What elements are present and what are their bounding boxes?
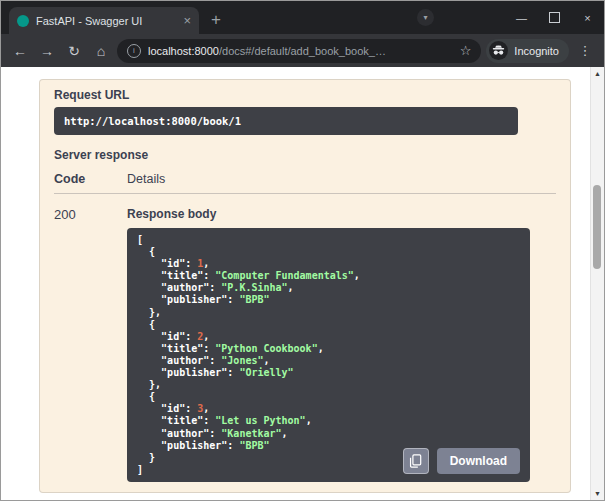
scrollbar-thumb[interactable] — [593, 185, 601, 269]
scroll-down-arrow[interactable]: ▼ — [591, 490, 604, 497]
request-url-value: http://localhost:8000/book/1 — [54, 107, 518, 135]
response-json: [ { "id": 1, "title": "Computer Fundamen… — [137, 234, 520, 476]
download-button[interactable]: Download — [437, 448, 520, 474]
response-row: 200 Response body [ { "id": 1, "title": … — [54, 207, 556, 482]
window-controls: — × — [505, 1, 604, 34]
response-body-code: [ { "id": 1, "title": "Computer Fundamen… — [127, 228, 530, 482]
tab-search-button[interactable]: ▾ — [417, 9, 434, 26]
tab-close-icon[interactable]: × — [183, 14, 191, 27]
address-bar[interactable]: i localhost:8000/docs#/default/add_book_… — [117, 39, 481, 63]
scrollbar[interactable]: ▲ ▼ — [590, 67, 604, 500]
close-button[interactable]: × — [571, 1, 604, 34]
copy-button[interactable] — [403, 448, 429, 474]
maximize-button[interactable] — [538, 1, 571, 34]
response-details: Response body [ { "id": 1, "title": "Com… — [127, 207, 530, 482]
server-response-label: Server response — [54, 148, 556, 162]
swagger-operation-panel: Request URL http://localhost:8000/book/1… — [39, 79, 571, 493]
forward-button[interactable]: → — [36, 43, 58, 59]
url-host: localhost:8000 — [148, 45, 219, 57]
menu-button[interactable]: ⋮ — [574, 43, 596, 58]
url-path: /docs#/default/add_book_book_… — [219, 45, 386, 57]
bookmark-star-icon[interactable]: ☆ — [460, 43, 472, 58]
browser-tab[interactable]: FastAPI - Swagger UI × — [9, 7, 199, 34]
site-info-icon[interactable]: i — [127, 44, 141, 58]
browser-window: FastAPI - Swagger UI × + ▾ — × ← → ↻ ⌂ i… — [0, 0, 605, 501]
new-tab-button[interactable]: + — [211, 11, 221, 28]
home-button[interactable]: ⌂ — [90, 43, 112, 59]
tab-title: FastAPI - Swagger UI — [36, 15, 176, 27]
details-column-header: Details — [127, 172, 556, 186]
chevron-down-icon: ▾ — [423, 13, 427, 22]
scroll-up-arrow[interactable]: ▲ — [591, 70, 604, 77]
back-button[interactable]: ← — [9, 43, 31, 59]
code-actions: Download — [403, 448, 520, 474]
navbar: ← → ↻ ⌂ i localhost:8000/docs#/default/a… — [1, 34, 604, 67]
maximize-icon — [549, 12, 560, 23]
incognito-badge: Incognito — [486, 39, 569, 63]
response-body-label: Response body — [127, 207, 530, 221]
page-content: Request URL http://localhost:8000/book/1… — [1, 67, 604, 500]
reload-button[interactable]: ↻ — [63, 43, 85, 59]
status-code: 200 — [54, 207, 127, 482]
minimize-button[interactable]: — — [505, 1, 538, 34]
request-url-label: Request URL — [54, 88, 556, 102]
url-text: localhost:8000/docs#/default/add_book_bo… — [148, 45, 453, 57]
incognito-label: Incognito — [514, 45, 559, 57]
response-table-header: Code Details — [54, 172, 556, 194]
code-column-header: Code — [54, 172, 127, 186]
fastapi-favicon-icon — [17, 15, 29, 27]
clipboard-icon — [409, 454, 422, 468]
incognito-icon — [489, 41, 508, 60]
titlebar: FastAPI - Swagger UI × + ▾ — × — [1, 1, 604, 34]
